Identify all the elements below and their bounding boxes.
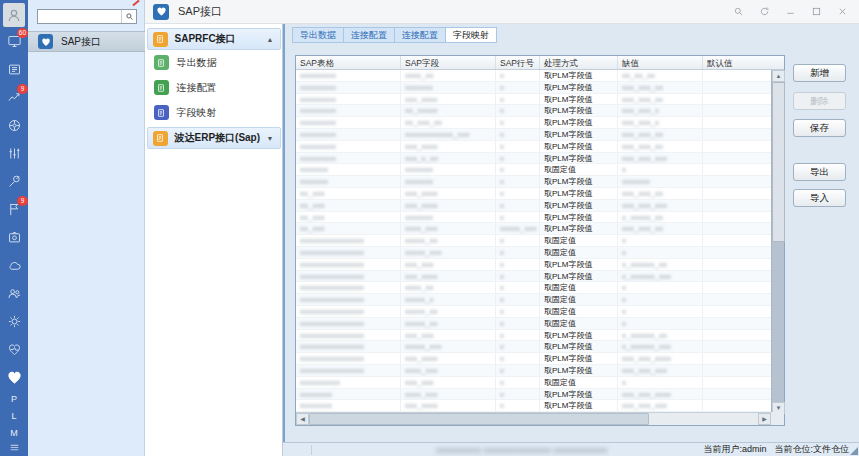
cloud-icon[interactable] bbox=[0, 251, 28, 279]
main-content: 导出数据连接配置连接配置字段映射 SAP表格SAP字段SAP行号处理方式缺值默认… bbox=[283, 24, 859, 442]
heart-icon[interactable] bbox=[0, 363, 28, 391]
action-button-新增[interactable]: 新增 bbox=[793, 64, 846, 82]
table-row[interactable]: xxxxxxxxxxxxxxxxxxx_xxxxx取PLM字段值x_xxxxxx… bbox=[296, 271, 771, 283]
column-header[interactable]: SAP表格 bbox=[296, 56, 401, 69]
search-icon[interactable] bbox=[121, 10, 136, 23]
flag-icon[interactable]: 9 bbox=[0, 195, 28, 223]
table-row[interactable]: xxxxxxxxxxxxxxxxxxxxx_xxxx取固定值x bbox=[296, 247, 771, 259]
resize-grip[interactable] bbox=[850, 447, 858, 455]
table-row[interactable]: xxxxxxxxxxxxx_xxx取PLM字段值xx_xx_xx bbox=[296, 70, 771, 82]
nav-item[interactable]: 字段映射 bbox=[147, 100, 281, 125]
table-cell: xxx_xxx_xxxx bbox=[618, 353, 703, 364]
gear-icon[interactable] bbox=[0, 307, 28, 335]
table-row[interactable]: xxxxxxxxxxxx_xxxx取PLM字段值xxx_xxx_xxxx bbox=[296, 389, 771, 401]
table-cell: x bbox=[496, 70, 540, 81]
table-row[interactable]: xxxxxxxxxxx_xxxxx取PLM字段值xxx_xxx_xxx bbox=[296, 400, 771, 412]
table-row[interactable]: xxxxxxxxxxxxxxxxxxx_xxxxx取PLM字段值xxx_xxx_… bbox=[296, 353, 771, 365]
table-row[interactable]: xxxxxxxxxxxxxxxxxxxx_xxxx取PLM字段值xxx_xxx_… bbox=[296, 365, 771, 377]
table-cell: x_xxxxxx_xxx bbox=[618, 271, 703, 282]
nav-item[interactable]: 导出数据 bbox=[147, 50, 281, 75]
avatar[interactable] bbox=[3, 3, 25, 27]
column-header[interactable]: SAP行号 bbox=[496, 56, 540, 69]
module-item-sap-interface[interactable]: SAP接口 bbox=[28, 31, 145, 52]
table-cell: xxxxxxxxxxxxxxxx bbox=[296, 306, 401, 317]
search-input[interactable] bbox=[38, 10, 121, 23]
table-row[interactable]: xxxxxxxxxxxxxxxxxxxx_xxx取固定值x bbox=[296, 282, 771, 294]
refresh-icon[interactable] bbox=[758, 5, 771, 18]
table-row[interactable]: xxxxxxxxxxxx_xxxxx取PLM字段值xxx_xxx_xx bbox=[296, 94, 771, 106]
sidebar-letter-l[interactable]: L bbox=[0, 408, 28, 425]
table-cell bbox=[703, 271, 771, 282]
module-panel: SAP接口 bbox=[28, 0, 145, 456]
table-cell: xxx_xxxx bbox=[401, 141, 496, 152]
wrench-icon[interactable] bbox=[0, 167, 28, 195]
table-cell: x bbox=[618, 306, 703, 317]
tab-导出数据[interactable]: 导出数据 bbox=[292, 27, 343, 43]
table-row[interactable]: xx_xxxxxxxxxxx取PLM字段值x_xxxxx_xx bbox=[296, 212, 771, 224]
heart-pulse-icon[interactable] bbox=[0, 335, 28, 363]
close-icon[interactable] bbox=[836, 5, 849, 18]
scroll-left-icon[interactable]: ◀ bbox=[296, 413, 309, 425]
monitor-icon[interactable]: 60 bbox=[0, 27, 28, 55]
people-icon[interactable] bbox=[0, 279, 28, 307]
table-row[interactable]: xxxxxxxxxxxx_xxxxx取PLM字段值xxx_xxx_xx bbox=[296, 141, 771, 153]
nav-group-header[interactable]: 波达ERP接口(Sap)▼ bbox=[147, 127, 281, 149]
table-row[interactable]: xxxxxxxxxxxxxxxxxxxxx_xxxx取PLM字段值xxx_xxx… bbox=[296, 129, 771, 141]
column-header[interactable]: 处理方式 bbox=[540, 56, 618, 69]
table-row[interactable]: xxxxxxxxxxxxxxxxxxx_xxxx取PLM字段值x_xxxxxx_… bbox=[296, 330, 771, 342]
chart-line-icon[interactable]: 9 bbox=[0, 83, 28, 111]
minimize-icon[interactable] bbox=[784, 5, 797, 18]
table-row[interactable]: xx_xxxxxxx_xxxxxxxx_xxx取PLM字段值xxx_xxx_xx bbox=[296, 223, 771, 235]
vscroll-thumb[interactable] bbox=[772, 82, 785, 242]
table-row[interactable]: xx_xxxxxx_xxxxx取PLM字段值xxx_xxx_xx bbox=[296, 188, 771, 200]
maximize-icon[interactable] bbox=[810, 5, 823, 18]
table-cell: xxx_xxx_xx bbox=[618, 82, 703, 93]
column-header[interactable]: 缺值 bbox=[618, 56, 703, 69]
table-row[interactable]: xxxxxxxxxxxxxxxxxxxxx_xxx取固定值x bbox=[296, 235, 771, 247]
table-row[interactable]: xxxxxxxxxxxxxxxxxxxxx_xxxx取PLM字段值x_xxxxx… bbox=[296, 341, 771, 353]
statusbar-redacted-text: xxxxxxxxxx xxxxxxxxxxxxxxx xxxxxxxxxxxx bbox=[436, 445, 608, 455]
tab-连接配置[interactable]: 连接配置 bbox=[343, 27, 394, 43]
hamburger-icon[interactable] bbox=[0, 440, 28, 454]
table-row[interactable]: xxxxxxxxxxxxx_xxxx取固定值x bbox=[296, 377, 771, 389]
column-header[interactable]: 默认值 bbox=[703, 56, 771, 69]
hscroll-thumb[interactable] bbox=[309, 413, 649, 425]
scroll-right-icon[interactable]: ▶ bbox=[758, 413, 771, 425]
scroll-up-icon[interactable]: ▲ bbox=[772, 70, 785, 82]
action-button-保存[interactable]: 保存 bbox=[793, 119, 846, 137]
column-header[interactable]: SAP字段 bbox=[401, 56, 496, 69]
table-cell bbox=[703, 282, 771, 293]
action-button-导入[interactable]: 导入 bbox=[793, 189, 846, 207]
sliders-icon[interactable] bbox=[0, 139, 28, 167]
table-row[interactable]: xxxxxxxxxxxxxxxxxxxxx_xxx取固定值x bbox=[296, 306, 771, 318]
table-cell: xxxxxxxxx bbox=[296, 70, 401, 81]
nav-group-header[interactable]: SAPRFC接口▲ bbox=[147, 28, 281, 50]
news-icon[interactable] bbox=[0, 55, 28, 83]
tab-连接配置[interactable]: 连接配置 bbox=[394, 27, 445, 43]
search-icon[interactable] bbox=[732, 5, 745, 18]
tab-字段映射[interactable]: 字段映射 bbox=[445, 27, 497, 43]
table-row[interactable]: xxxxxxxxxxxxxxxxx取PLM字段值xxx_xxx_xx bbox=[296, 82, 771, 94]
table-row[interactable]: xxxxxxxxxxxxxxxxxxxxx_xxx取固定值x bbox=[296, 318, 771, 330]
module-search bbox=[37, 9, 137, 24]
table-row[interactable]: xxxxxxxxxxxxxxxxxxx_xxxx取PLM字段值x_xxxxxx_… bbox=[296, 259, 771, 271]
wheel-icon[interactable] bbox=[0, 111, 28, 139]
horizontal-scrollbar[interactable]: ◀ ▶ bbox=[296, 412, 771, 425]
table-row[interactable]: xxxxxxxxxxx_xxx_xxx取PLM字段值xxx_xxx_x bbox=[296, 117, 771, 129]
table-cell: x bbox=[618, 235, 703, 246]
table-row[interactable]: xxxxxxxxxxxxxxx取PLM字段值xxxxxxx bbox=[296, 176, 771, 188]
vertical-scrollbar[interactable]: ▲ ▼ bbox=[771, 70, 784, 414]
table-row[interactable]: xxxxxxxxxxxxxxx取固定值x bbox=[296, 164, 771, 176]
sidebar-letter-p[interactable]: P bbox=[0, 391, 28, 408]
camera-icon[interactable] bbox=[0, 223, 28, 251]
table-row[interactable]: xxxxxxxxxxx_xxxxxx取PLM字段值xxx_xxx_x bbox=[296, 105, 771, 117]
nav-item[interactable]: 连接配置 bbox=[147, 75, 281, 100]
action-button-导出[interactable]: 导出 bbox=[793, 163, 846, 181]
scrollbar-corner bbox=[771, 412, 784, 425]
table-row[interactable]: xxxxxxxxxxxxxxxxxxxxx_xx取固定值x bbox=[296, 294, 771, 306]
table-row[interactable]: xx_xxxxxx_xxxxx取PLM字段值xxx_xxx_xxx bbox=[296, 200, 771, 212]
table-row[interactable]: xxxxxxxxxxxx_x_xxx取PLM字段值xxx_xxx_xxx bbox=[296, 153, 771, 165]
table-cell: x bbox=[496, 212, 540, 223]
table-cell: 取PLM字段值 bbox=[540, 353, 618, 364]
table-cell bbox=[703, 400, 771, 411]
